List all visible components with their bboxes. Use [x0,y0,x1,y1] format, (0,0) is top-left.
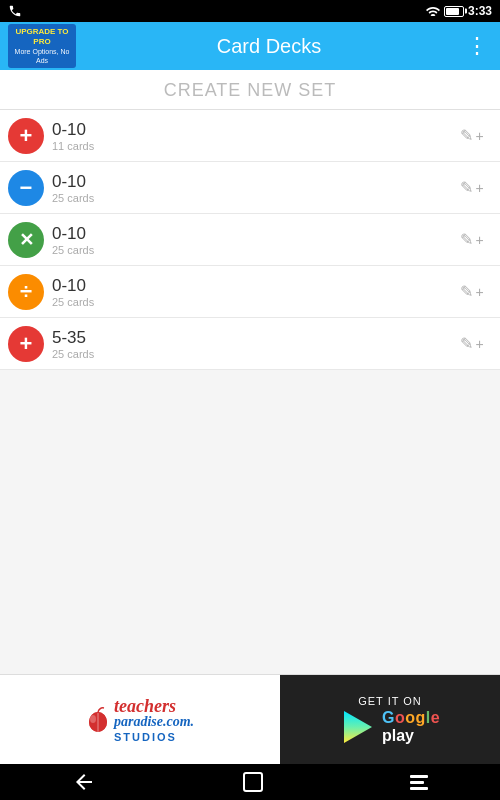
edit-plus-icon[interactable]: + [475,128,483,144]
battery-icon [444,6,464,17]
app-title: Card Decks [76,35,462,58]
more-options-icon[interactable]: ⋮ [462,29,492,63]
back-icon [72,770,96,794]
teachers-text: teachers [114,697,194,715]
edit-plus-icon[interactable]: + [475,232,483,248]
edit-area[interactable]: ✎ + [452,230,492,249]
subtract-type-icon: − [8,170,44,206]
google-play-row: Google play [340,709,440,745]
google-play-text: Google play [382,709,440,745]
main-content: CREATE NEW SET + 0-10 11 cards ✎ + − 0-1… [0,70,500,674]
card-count: 25 cards [52,244,312,256]
edit-pencil-icon[interactable]: ✎ [460,282,473,301]
play-store-icon [340,709,376,745]
divide-type-icon: ÷ [8,274,44,310]
svg-marker-4 [344,711,372,743]
svg-point-3 [90,715,96,723]
edit-area[interactable]: ✎ + [452,282,492,301]
edit-area[interactable]: ✎ + [452,334,492,353]
card-range: 0-10 [52,120,312,140]
card-row[interactable]: ÷ 0-10 25 cards ✎ + [0,266,500,318]
status-bar-left [8,4,22,18]
svg-rect-5 [244,773,262,791]
status-bar: 3:33 [0,0,500,22]
ad-right[interactable]: GET IT ON Google [280,675,500,764]
tp-text: teachers paradise.com. STUDIOS [114,697,194,743]
nav-bar [0,764,500,800]
card-range: 0-10 [52,224,312,244]
card-count: 11 cards [52,140,312,152]
ad-left[interactable]: teachers paradise.com. STUDIOS [0,675,280,764]
edit-plus-icon[interactable]: + [475,336,483,352]
ad-banner: teachers paradise.com. STUDIOS GET IT ON [0,674,500,764]
card-info: 0-10 25 cards [44,224,312,256]
play-letters: play [382,727,440,745]
edit-plus-icon[interactable]: + [475,284,483,300]
teachers-paradise-logo: teachers paradise.com. STUDIOS [86,697,194,743]
recents-button[interactable] [410,775,428,790]
card-range: 5-35 [52,328,312,348]
edit-area[interactable]: ✎ + [452,178,492,197]
create-new-set-banner[interactable]: CREATE NEW SET [0,70,500,110]
card-info: 0-10 25 cards [44,172,312,204]
apple-logo-icon [86,706,110,734]
edit-pencil-icon[interactable]: ✎ [460,230,473,249]
phone-icon [8,4,22,18]
edit-pencil-icon[interactable]: ✎ [460,334,473,353]
edit-area[interactable]: ✎ + [452,126,492,145]
add-type-icon: + [8,118,44,154]
card-range: 0-10 [52,172,312,192]
upgrade-button[interactable]: UPGRADE TO PRO More Options, No Ads [8,24,76,69]
wifi-icon [426,4,440,18]
card-count: 25 cards [52,192,312,204]
get-it-on-text: GET IT ON [358,695,422,707]
card-row[interactable]: + 5-35 25 cards ✎ + [0,318,500,370]
studios-text: STUDIOS [114,731,194,743]
edit-pencil-icon[interactable]: ✎ [460,178,473,197]
card-row[interactable]: ✕ 0-10 25 cards ✎ + [0,214,500,266]
card-count: 25 cards [52,348,312,360]
app-bar: UPGRADE TO PRO More Options, No Ads Card… [0,22,500,70]
multiply-type-icon: ✕ [8,222,44,258]
google-letters: Google [382,709,440,727]
card-row[interactable]: + 0-10 11 cards ✎ + [0,110,500,162]
card-row[interactable]: − 0-10 25 cards ✎ + [0,162,500,214]
edit-pencil-icon[interactable]: ✎ [460,126,473,145]
card-info: 0-10 11 cards [44,120,312,152]
card-info: 0-10 25 cards [44,276,312,308]
add-type-icon-2: + [8,326,44,362]
home-button[interactable] [241,770,265,794]
status-bar-right: 3:33 [426,4,492,18]
home-icon [241,770,265,794]
time-display: 3:33 [468,4,492,18]
card-info: 5-35 25 cards [44,328,312,360]
card-range: 0-10 [52,276,312,296]
card-count: 25 cards [52,296,312,308]
edit-plus-icon[interactable]: + [475,180,483,196]
paradise-text: paradise.com. [114,715,194,729]
back-button[interactable] [72,770,96,794]
recents-icon [410,775,428,790]
